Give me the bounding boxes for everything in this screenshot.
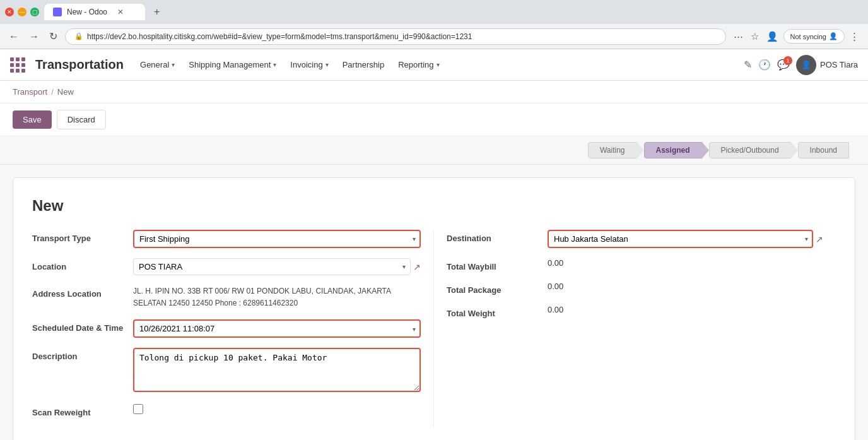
forward-button[interactable]: → [26,28,42,45]
status-arrow-2 [701,141,709,159]
nav-item-general[interactable]: General ▾ [134,56,181,73]
tab-close-button[interactable]: ✕ [117,8,124,16]
browser-titlebar: ✕ — ▢ New - Odoo ✕ + [0,0,868,24]
scheduled-date-input[interactable] [133,319,421,338]
nav-item-partnership[interactable]: Partnership [336,56,390,73]
description-textarea[interactable] [133,348,421,392]
profile-button[interactable]: 👤 [764,28,781,45]
scan-reweight-field [133,404,421,416]
user-menu[interactable]: 👤 POS Tiara [796,55,858,75]
window-close-button[interactable]: ✕ [5,8,14,16]
total-waybill-field: 0.00 [548,258,823,268]
browser-chrome: ✕ — ▢ New - Odoo ✕ + ← → ↻ 🔒 https://dev… [0,0,868,49]
edit-icon[interactable]: ✎ [744,59,752,71]
chevron-down-icon: ▾ [326,61,329,68]
breadcrumb-parent[interactable]: Transport [13,87,47,97]
total-package-row: Total Package 0.00 [447,282,823,295]
status-picked-label: Picked/Outbound [721,146,779,155]
nav-label-invoicing: Invoicing [290,60,322,69]
location-field-wrapper: POS TIARA ▾ ↗ [133,258,421,275]
scan-reweight-row: Scan Reweight [32,404,421,417]
back-button[interactable]: ← [6,28,21,45]
location-select[interactable]: POS TIARA [133,258,411,275]
odoo-logo[interactable] [10,57,25,73]
status-assigned[interactable]: Assigned [644,142,702,158]
nav-item-shipping[interactable]: Shipping Management ▾ [182,56,283,73]
total-package-label: Total Package [447,282,548,295]
browser-toolbar: ← → ↻ 🔒 https://dev2.bo.hospitality.citi… [0,24,868,49]
external-link-icon[interactable]: ↗ [413,262,421,272]
status-waiting[interactable]: Waiting [588,142,637,158]
browser-tab[interactable]: New - Odoo ✕ [44,4,145,20]
total-package-field: 0.00 [548,282,823,291]
topbar-right: ✎ 🕐 💬 1 👤 POS Tiara [744,55,858,75]
total-waybill-value: 0.00 [548,254,563,268]
scan-reweight-checkbox[interactable] [133,404,143,414]
more-button[interactable]: ⋮ [847,28,862,45]
reload-button[interactable]: ↻ [47,28,60,45]
toolbar-actions: ⋯ ☆ 👤 Not syncing 👤 ⋮ [731,28,862,45]
destination-row: Destination Hub Jakarta Selatan ▾ ↗ [447,230,823,248]
location-label: Location [32,258,133,271]
window-minimize-button[interactable]: — [18,8,26,16]
sync-avatar: 👤 [829,32,838,40]
discard-button[interactable]: Discard [57,110,106,129]
scheduled-label: Scheduled Date & Time [32,319,133,333]
sync-button[interactable]: Not syncing 👤 [783,29,845,44]
address-value: JL. H. IPIN NO. 33B RT 006/ RW 01 PONDOK… [133,285,421,309]
status-arrow-3 [790,141,798,159]
chevron-down-icon: ▾ [437,61,440,68]
save-button[interactable]: Save [13,110,52,129]
form-card: New Transport Type First Shipping ▾ [13,177,855,440]
transport-type-label: Transport Type [32,230,133,243]
scheduled-field: ▾ [133,319,421,338]
window-maximize-button[interactable]: ▢ [30,8,39,16]
extensions-button[interactable]: ⋯ [731,28,746,45]
main-content: New Transport Type First Shipping ▾ [0,165,868,440]
user-name: POS Tiara [820,60,858,69]
total-waybill-row: Total Waybill 0.00 [447,258,823,271]
sync-label: Not syncing [790,33,826,40]
transport-type-field: First Shipping ▾ [133,230,421,248]
status-step-inbound[interactable]: Inbound [798,142,849,158]
address-field: JL. H. IPIN NO. 33B RT 006/ RW 01 PONDOK… [133,285,421,309]
form-left: Transport Type First Shipping ▾ Location [32,230,434,427]
nav-item-invoicing[interactable]: Invoicing ▾ [284,56,334,73]
url-bar[interactable]: 🔒 https://dev2.bo.hospitality.citiskg.co… [65,28,726,45]
status-arrow-1 [636,141,644,159]
total-weight-row: Total Weight 0.00 [447,305,823,318]
location-select-wrapper: POS TIARA ▾ [133,258,411,275]
destination-select-wrapper: Hub Jakarta Selatan ▾ [548,230,813,248]
app-title: Transportation [35,57,124,72]
status-step-picked[interactable]: Picked/Outbound [709,141,798,159]
clock-icon[interactable]: 🕐 [758,59,771,71]
status-inbound-label: Inbound [810,146,837,155]
chevron-down-icon: ▾ [172,61,175,68]
nav-label-general: General [140,60,169,69]
scheduled-row: Scheduled Date & Time ▾ [32,319,421,338]
transport-type-select[interactable]: First Shipping [133,230,421,248]
chevron-down-icon: ▾ [273,61,276,68]
new-tab-button[interactable]: + [150,5,163,19]
status-step-waiting[interactable]: Waiting [588,141,644,159]
tab-favicon [53,8,62,16]
transport-type-row: Transport Type First Shipping ▾ [32,230,421,248]
form-grid: Transport Type First Shipping ▾ Location [32,230,836,427]
bookmark-button[interactable]: ☆ [748,28,761,45]
nav-label-reporting: Reporting [398,60,433,69]
window-controls: ✕ — ▢ [5,8,39,16]
status-picked[interactable]: Picked/Outbound [709,142,791,158]
status-assigned-label: Assigned [656,146,690,155]
status-step-assigned[interactable]: Assigned [644,141,709,159]
transport-type-select-wrapper: First Shipping ▾ [133,230,421,248]
waffle-icon [10,57,25,73]
breadcrumb-bar: Transport / New [0,81,868,104]
nav-item-reporting[interactable]: Reporting ▾ [392,56,445,73]
destination-select[interactable]: Hub Jakarta Selatan [548,230,813,248]
address-label: Address Location [32,285,133,299]
nav-label-partnership: Partnership [343,60,384,69]
action-bar: Save Discard [0,104,868,136]
status-inbound[interactable]: Inbound [798,142,849,158]
chat-icon[interactable]: 💬 1 [777,59,790,71]
external-link-icon[interactable]: ↗ [816,234,823,244]
